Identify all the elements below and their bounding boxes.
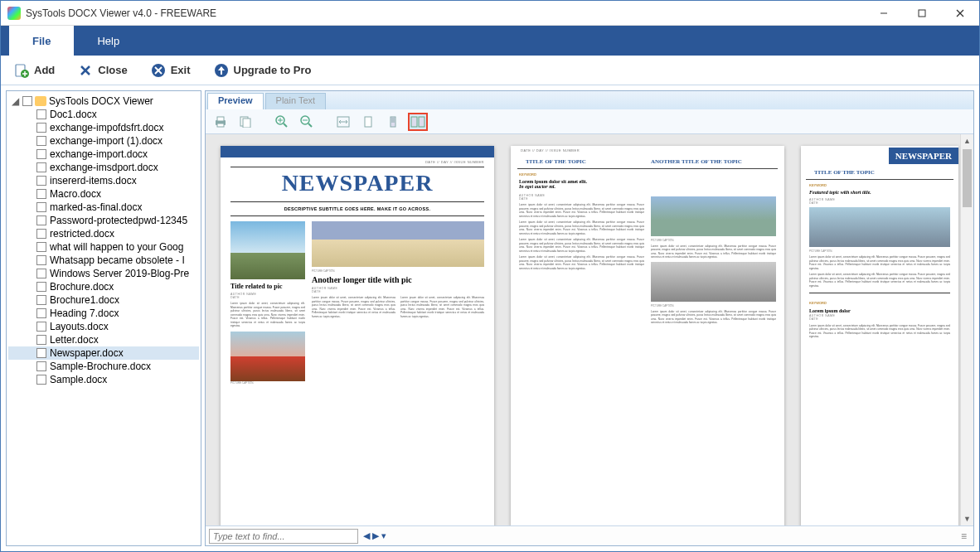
- checkbox[interactable]: [36, 282, 46, 292]
- tab-preview[interactable]: Preview: [207, 93, 264, 109]
- tree-item[interactable]: exchange-imsdport.docx: [8, 161, 199, 174]
- article-image: [651, 262, 776, 302]
- checkbox[interactable]: [36, 176, 46, 186]
- options-icon[interactable]: ≡: [961, 530, 970, 542]
- add-button[interactable]: Add: [9, 60, 60, 81]
- tree-item[interactable]: marked-as-final.docx: [8, 201, 199, 214]
- checkbox[interactable]: [36, 123, 46, 133]
- checkbox[interactable]: [36, 189, 46, 199]
- copy-button[interactable]: [235, 113, 255, 131]
- single-page-button[interactable]: [383, 113, 403, 131]
- fit-width-button[interactable]: [333, 113, 353, 131]
- tree-item[interactable]: restricted.docx: [8, 227, 199, 240]
- page-viewer[interactable]: DATE // DAY // ISSUE NUMBER NEWSPAPER DE…: [206, 134, 973, 525]
- minimize-button[interactable]: [865, 1, 903, 25]
- checkbox[interactable]: [36, 375, 46, 385]
- zoom-in-button[interactable]: [272, 113, 292, 131]
- svg-rect-34: [419, 117, 425, 127]
- tree-item[interactable]: Whatsapp became obsolete - I: [8, 254, 199, 267]
- tree-item[interactable]: Newspaper.docx: [8, 346, 199, 360]
- tree-item-label: exchange-import (1).docx: [50, 135, 163, 147]
- doc-meta: DATE // DAY // ISSUE NUMBER: [221, 157, 494, 167]
- tree-item-label: Macro.docx: [50, 188, 101, 200]
- find-dropdown-button[interactable]: ▾: [381, 530, 386, 541]
- close-icon: [78, 63, 93, 78]
- tree-item[interactable]: Sample.docx: [8, 373, 199, 386]
- page-1: DATE // DAY // ISSUE NUMBER NEWSPAPER DE…: [221, 146, 494, 525]
- checkbox[interactable]: [36, 322, 46, 332]
- upgrade-icon: [214, 63, 229, 78]
- tree-root-label: SysTools DOCX Viewer: [49, 95, 153, 107]
- tab-plain-text[interactable]: Plain Text: [265, 93, 327, 109]
- scroll-up-icon[interactable]: ▲: [961, 134, 973, 148]
- checkbox[interactable]: [36, 215, 46, 225]
- svg-rect-33: [411, 117, 417, 127]
- tree-item[interactable]: Password-protectedpwd-12345: [8, 214, 199, 227]
- titlebar: SysTools DOCX Viewer v4.0 - FREEWARE: [1, 1, 979, 26]
- fit-page-button[interactable]: [358, 113, 378, 131]
- checkbox[interactable]: [36, 229, 46, 239]
- tree-item[interactable]: exchange-import (1).docx: [8, 134, 199, 148]
- menu-file[interactable]: File: [9, 26, 74, 56]
- tree-item-label: what will happen to your Goog: [50, 241, 183, 253]
- checkbox[interactable]: [36, 335, 46, 345]
- find-next-button[interactable]: ▶: [372, 530, 379, 541]
- tree-item-label: Sample-Brochure.docx: [50, 361, 151, 372]
- tree-root[interactable]: ◢ SysTools DOCX Viewer: [8, 94, 199, 108]
- article-image: [809, 207, 950, 247]
- checkbox[interactable]: [36, 202, 46, 212]
- tree-item[interactable]: Brochure1.docx: [8, 293, 199, 307]
- checkbox[interactable]: [36, 149, 46, 159]
- tree-item[interactable]: Heading 7.docx: [8, 307, 199, 320]
- facing-pages-button[interactable]: [408, 113, 428, 131]
- checkbox[interactable]: [36, 295, 46, 305]
- checkbox[interactable]: [36, 162, 46, 172]
- find-bar: ◀ ▶ ▾ ≡: [206, 525, 973, 545]
- maximize-button[interactable]: [903, 1, 941, 25]
- tree-item[interactable]: exchange-import.docx: [8, 148, 199, 161]
- close-button[interactable]: Close: [73, 60, 132, 81]
- checkbox[interactable]: [36, 361, 46, 371]
- tree-item[interactable]: what will happen to your Goog: [8, 240, 199, 254]
- tree-item[interactable]: Sample-Brochure.docx: [8, 360, 199, 373]
- scroll-down-icon[interactable]: ▼: [961, 512, 973, 525]
- checkbox[interactable]: [36, 269, 46, 278]
- zoom-out-button[interactable]: [297, 113, 317, 131]
- upgrade-button[interactable]: Upgrade to Pro: [209, 60, 317, 81]
- add-icon: [14, 63, 29, 78]
- exit-button[interactable]: Exit: [146, 60, 196, 81]
- window-title: SysTools DOCX Viewer v4.0 - FREEWARE: [26, 7, 865, 19]
- tree-item[interactable]: Brochure.docx: [8, 280, 199, 293]
- file-tree[interactable]: ◢ SysTools DOCX Viewer Doc1.docxexchange…: [6, 90, 201, 546]
- view-tabs: Preview Plain Text: [206, 91, 973, 109]
- collapse-icon[interactable]: ◢: [10, 95, 20, 107]
- tree-item[interactable]: Doc1.docx: [8, 108, 199, 121]
- checkbox[interactable]: [36, 255, 46, 265]
- article-image: [230, 332, 305, 381]
- upgrade-label: Upgrade to Pro: [234, 64, 312, 76]
- page-3: NEWSPAPER TITLE OF THE TOPIC KEYWORD Fea…: [801, 146, 958, 525]
- checkbox[interactable]: [22, 96, 32, 106]
- checkbox[interactable]: [36, 109, 46, 119]
- vertical-scrollbar[interactable]: ▲ ▼: [960, 134, 973, 525]
- checkbox[interactable]: [36, 308, 46, 318]
- app-logo-icon: [7, 7, 21, 20]
- tree-item[interactable]: Letter.docx: [8, 333, 199, 346]
- tree-item[interactable]: exchange-impofdsfrt.docx: [8, 121, 199, 134]
- checkbox[interactable]: [36, 348, 46, 358]
- print-button[interactable]: [211, 113, 230, 131]
- find-input[interactable]: [209, 529, 358, 544]
- checkbox[interactable]: [36, 242, 46, 252]
- checkbox[interactable]: [36, 136, 46, 146]
- viewer-toolbar: [206, 109, 973, 134]
- tree-item[interactable]: Windows Server 2019-Blog-Pre: [8, 267, 199, 280]
- close-window-button[interactable]: [941, 1, 979, 25]
- menu-help[interactable]: Help: [74, 26, 143, 56]
- tree-item[interactable]: Macro.docx: [8, 187, 199, 201]
- tree-item[interactable]: Layouts.docx: [8, 320, 199, 333]
- find-prev-button[interactable]: ◀: [363, 530, 370, 541]
- folder-icon: [35, 96, 46, 106]
- scrollbar-thumb[interactable]: [963, 149, 972, 207]
- tree-item[interactable]: insererd-items.docx: [8, 174, 199, 187]
- article-image: [651, 196, 776, 236]
